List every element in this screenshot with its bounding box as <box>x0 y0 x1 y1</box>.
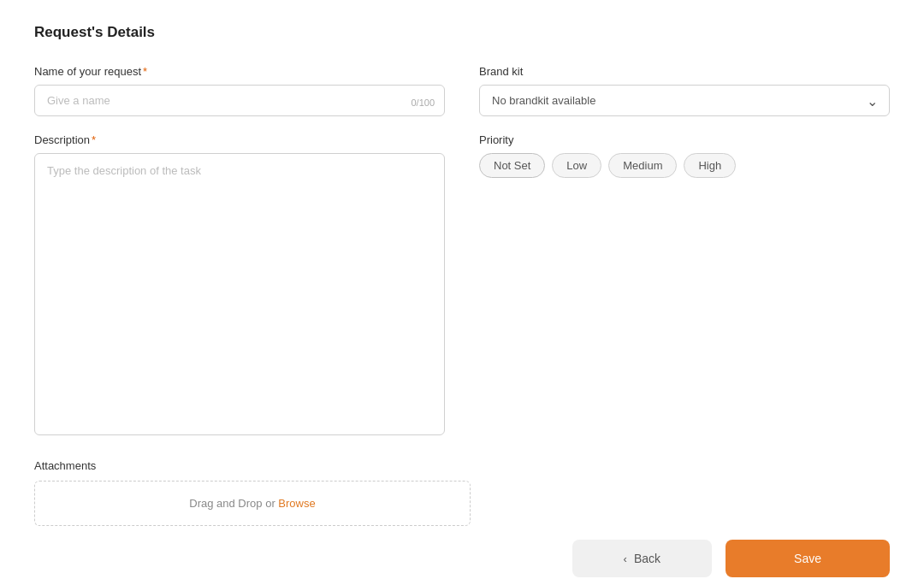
char-count: 0/100 <box>411 97 435 108</box>
chevron-left-icon: ‹ <box>624 552 627 565</box>
priority-high-button[interactable]: High <box>684 153 736 178</box>
description-field-col: Description* <box>34 133 445 439</box>
description-field-label: Description* <box>34 133 445 146</box>
top-form-row: Name of your request* 0/100 Brand kit No… <box>34 65 890 116</box>
page-title: Request's Details <box>34 24 890 41</box>
save-button[interactable]: Save <box>726 540 890 577</box>
brand-kit-col: Brand kit No brandkit available ⌄ <box>479 65 890 116</box>
name-input[interactable] <box>34 85 445 116</box>
name-input-wrapper: 0/100 <box>34 85 445 116</box>
brand-kit-select-wrapper: No brandkit available ⌄ <box>479 85 890 116</box>
name-field-col: Name of your request* 0/100 <box>34 65 445 116</box>
name-field-label: Name of your request* <box>34 65 445 78</box>
brand-kit-select[interactable]: No brandkit available <box>479 85 890 116</box>
description-textarea[interactable] <box>34 153 445 435</box>
footer-buttons: ‹ Back Save <box>34 526 890 577</box>
priority-medium-button[interactable]: Medium <box>608 153 677 178</box>
back-button[interactable]: ‹ Back <box>572 540 712 577</box>
priority-low-button[interactable]: Low <box>552 153 601 178</box>
priority-col: Priority Not Set Low Medium High <box>479 133 890 439</box>
browse-link[interactable]: Browse <box>278 497 315 510</box>
attachments-section: Attachments Drag and Drop or Browse <box>34 459 890 526</box>
priority-not-set-button[interactable]: Not Set <box>479 153 545 178</box>
back-label: Back <box>634 552 660 565</box>
page-container: Request's Details Name of your request* … <box>0 0 924 579</box>
attachments-label: Attachments <box>34 459 890 472</box>
drop-text: Drag and Drop or <box>189 497 278 510</box>
brand-kit-label: Brand kit <box>479 65 890 78</box>
priority-buttons: Not Set Low Medium High <box>479 153 890 178</box>
drop-zone[interactable]: Drag and Drop or Browse <box>34 481 471 526</box>
priority-label: Priority <box>479 133 890 146</box>
middle-form-row: Description* Priority Not Set Low Medium… <box>34 133 890 439</box>
